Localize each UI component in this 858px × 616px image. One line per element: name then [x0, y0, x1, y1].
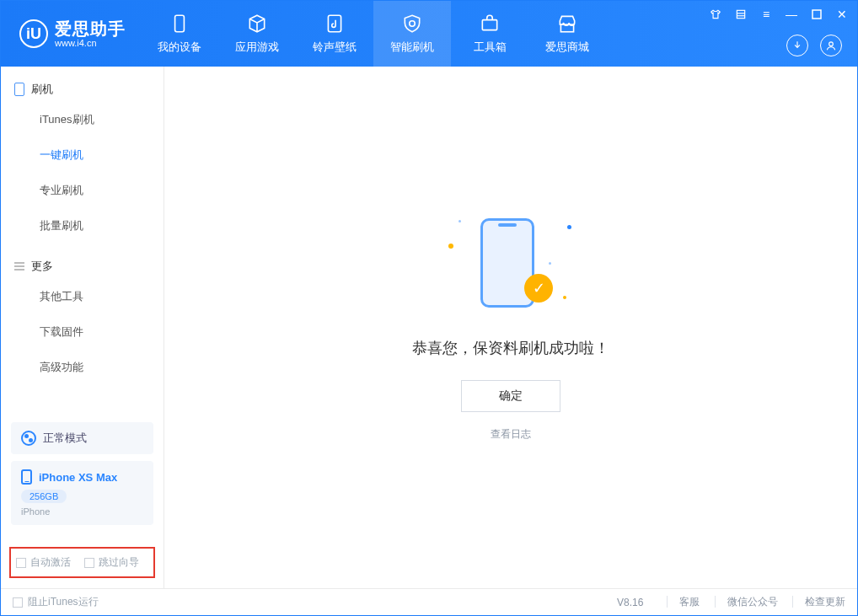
checkbox-icon	[13, 597, 23, 608]
phone-icon	[21, 469, 32, 485]
sidebar-item-pro-flash[interactable]: 专业刷机	[1, 173, 164, 208]
music-icon	[324, 13, 346, 35]
sidebar-header-more: 更多	[1, 254, 164, 279]
logo-icon: iU	[19, 19, 48, 48]
header-right-icons	[786, 35, 842, 56]
device-icon	[169, 13, 190, 35]
success-message: 恭喜您，保资料刷机成功啦！	[412, 338, 609, 358]
header: iU 爱思助手 www.i4.cn 我的设备 应用游戏 铃声壁纸 智能刷机	[1, 1, 857, 67]
checkbox-label: 自动激活	[30, 555, 71, 570]
checkbox-label: 阻止iTunes运行	[28, 595, 99, 609]
logo-text: 爱思助手 www.i4.cn	[55, 19, 126, 48]
hamburger-icon	[14, 262, 24, 271]
body: 刷机 iTunes刷机 一键刷机 专业刷机 批量刷机 更多 其他工具 下载固件 …	[1, 67, 857, 588]
view-log-link[interactable]: 查看日志	[491, 427, 531, 442]
nav-tabs: 我的设备 应用游戏 铃声壁纸 智能刷机 工具箱 爱思商城	[141, 1, 606, 67]
menu-icon[interactable]: ≡	[759, 8, 773, 21]
checkmark-badge-icon: ✓	[524, 274, 553, 303]
tab-label: 我的设备	[158, 40, 201, 55]
sidebar-section-title: 刷机	[31, 82, 53, 97]
options-highlight-box: 自动激活 跳过向导	[9, 547, 155, 578]
checkbox-auto-activate[interactable]: 自动激活	[16, 555, 71, 570]
app-title: 爱思助手	[55, 19, 126, 38]
tab-smart-flash[interactable]: 智能刷机	[373, 1, 451, 67]
ok-button[interactable]: 确定	[461, 380, 560, 412]
toolbox-icon	[479, 13, 501, 35]
svg-rect-7	[812, 10, 821, 19]
success-illustration: ✓	[452, 213, 570, 314]
sidebar-item-oneclick-flash[interactable]: 一键刷机	[1, 137, 164, 173]
footer-link-wechat[interactable]: 微信公众号	[715, 596, 790, 608]
device-type: iPhone	[21, 506, 143, 517]
device-name: iPhone XS Max	[39, 471, 117, 484]
footer-links: 客服 微信公众号 检查更新	[667, 595, 845, 609]
sidebar-item-download-fw[interactable]: 下载固件	[1, 314, 164, 350]
sidebar-section-flash: 刷机 iTunes刷机 一键刷机 专业刷机 批量刷机	[1, 67, 164, 244]
app-window: iU 爱思助手 www.i4.cn 我的设备 应用游戏 铃声壁纸 智能刷机	[0, 0, 858, 616]
svg-rect-1	[328, 15, 341, 32]
cube-icon	[246, 13, 268, 35]
device-card[interactable]: iPhone XS Max 256GB iPhone	[11, 461, 153, 525]
sidebar-section-title: 更多	[31, 259, 53, 274]
svg-rect-4	[737, 10, 744, 18]
svg-rect-0	[175, 15, 185, 32]
tab-my-device[interactable]: 我的设备	[141, 1, 218, 67]
footer-link-update[interactable]: 检查更新	[792, 596, 845, 608]
tab-store[interactable]: 爱思商城	[528, 1, 606, 67]
tab-ringtone-wallpaper[interactable]: 铃声壁纸	[296, 1, 373, 67]
download-button[interactable]	[786, 35, 808, 56]
sidebar-header-flash: 刷机	[1, 77, 164, 102]
footer: 阻止iTunes运行 V8.16 客服 微信公众号 检查更新	[1, 588, 857, 615]
svg-rect-2	[482, 20, 496, 30]
app-url: www.i4.cn	[55, 38, 126, 48]
logo: iU 爱思助手 www.i4.cn	[1, 19, 141, 48]
main-content: ✓ 恭喜您，保资料刷机成功啦！ 确定 查看日志	[164, 67, 857, 588]
svg-point-8	[829, 42, 834, 46]
shield-refresh-icon	[401, 13, 423, 35]
sidebar-item-batch-flash[interactable]: 批量刷机	[1, 208, 164, 244]
checkbox-icon	[16, 558, 26, 568]
list-icon[interactable]	[734, 8, 748, 21]
minimize-button[interactable]: —	[785, 8, 798, 21]
tab-toolbox[interactable]: 工具箱	[451, 1, 528, 67]
mode-card[interactable]: 正常模式	[11, 422, 153, 454]
tab-label: 铃声壁纸	[313, 40, 357, 55]
close-button[interactable]: ✕	[835, 8, 849, 21]
sidebar-item-itunes-flash[interactable]: iTunes刷机	[1, 102, 164, 137]
tshirt-icon[interactable]	[709, 8, 722, 21]
mode-label: 正常模式	[43, 431, 87, 446]
store-icon	[556, 13, 578, 35]
device-outline-icon	[14, 83, 24, 96]
checkbox-prevent-itunes[interactable]: 阻止iTunes运行	[13, 595, 99, 609]
sidebar-section-more: 更多 其他工具 下载固件 高级功能	[1, 244, 164, 385]
user-button[interactable]	[820, 35, 842, 56]
tab-label: 爱思商城	[545, 40, 589, 55]
sidebar-item-other-tools[interactable]: 其他工具	[1, 279, 164, 314]
footer-link-support[interactable]: 客服	[667, 596, 711, 608]
window-controls: ≡ — ✕	[709, 8, 849, 21]
tab-apps-games[interactable]: 应用游戏	[218, 1, 296, 67]
mode-icon	[21, 431, 36, 446]
checkbox-label: 跳过向导	[99, 555, 139, 570]
tab-label: 应用游戏	[235, 40, 279, 55]
version-label: V8.16	[617, 597, 643, 608]
maximize-button[interactable]	[810, 8, 823, 21]
sidebar-item-advanced[interactable]: 高级功能	[1, 350, 164, 385]
tab-label: 工具箱	[474, 40, 507, 55]
device-storage: 256GB	[21, 490, 67, 503]
checkbox-skip-wizard[interactable]: 跳过向导	[84, 555, 139, 570]
tab-label: 智能刷机	[390, 40, 434, 55]
sidebar: 刷机 iTunes刷机 一键刷机 专业刷机 批量刷机 更多 其他工具 下载固件 …	[1, 67, 164, 588]
checkbox-icon	[84, 558, 94, 568]
